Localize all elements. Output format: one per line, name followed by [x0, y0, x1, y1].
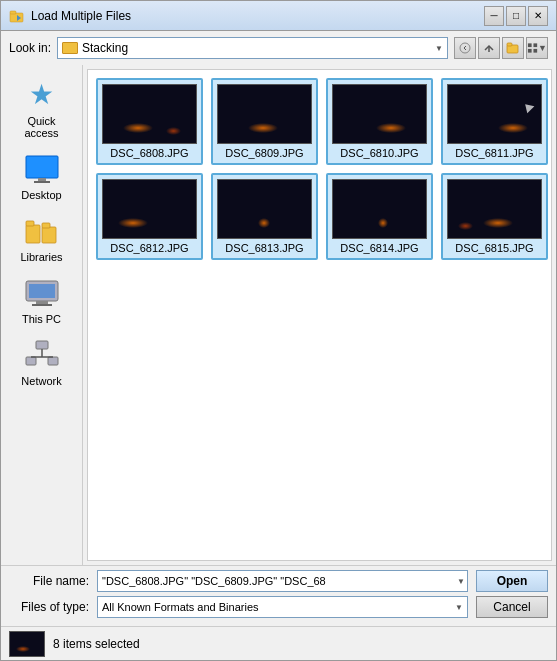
lookin-label: Look in: [9, 41, 51, 55]
minimize-button[interactable]: ─ [484, 6, 504, 26]
status-thumbnail [9, 631, 45, 657]
status-bar: 8 items selected [1, 626, 556, 660]
svg-rect-19 [29, 284, 55, 298]
sidebar-item-network[interactable]: Network [6, 333, 78, 391]
filetype-value: All Known Formats and Binaries [102, 601, 455, 613]
libraries-icon [24, 213, 60, 249]
svg-rect-20 [36, 301, 48, 304]
file-thumbnail [447, 179, 542, 239]
title-bar: Load Multiple Files ─ □ ✕ [1, 1, 556, 31]
filename-row: File name: "DSC_6808.JPG" "DSC_6809.JPG"… [9, 570, 548, 592]
lookin-combo[interactable]: Stacking ▼ [57, 37, 448, 59]
svg-rect-15 [26, 221, 34, 226]
file-thumbnail [102, 84, 197, 144]
sidebar-item-label-libraries: Libraries [20, 251, 62, 263]
dialog-icon [9, 8, 25, 24]
dialog-window: Load Multiple Files ─ □ ✕ Look in: Stack… [0, 0, 557, 661]
filename-dropdown-arrow: ▼ [457, 577, 465, 586]
file-item[interactable]: DSC_6811.JPG [441, 78, 548, 165]
folder-icon [62, 42, 78, 54]
sidebar-item-libraries[interactable]: Libraries [6, 209, 78, 267]
toolbar-buttons: ▼ [454, 37, 548, 59]
svg-rect-1 [10, 11, 16, 14]
toolbar-row: Look in: Stacking ▼ ▼ [1, 31, 556, 65]
open-button[interactable]: Open [476, 570, 548, 592]
svg-rect-7 [528, 43, 532, 47]
filetype-dropdown-arrow: ▼ [455, 603, 463, 612]
filename-value: "DSC_6808.JPG" "DSC_6809.JPG" "DSC_68 [102, 575, 447, 587]
file-thumbnail [332, 84, 427, 144]
file-item[interactable]: DSC_6810.JPG [326, 78, 433, 165]
file-label: DSC_6815.JPG [455, 242, 533, 254]
file-label: DSC_6809.JPG [225, 147, 303, 159]
svg-rect-21 [32, 304, 52, 306]
svg-rect-0 [10, 13, 23, 22]
svg-rect-8 [533, 43, 537, 47]
maximize-button[interactable]: □ [506, 6, 526, 26]
file-label: DSC_6811.JPG [455, 147, 533, 159]
desktop-icon [24, 151, 60, 187]
svg-rect-23 [26, 357, 36, 365]
nav-back-button[interactable] [454, 37, 476, 59]
dialog-title: Load Multiple Files [31, 9, 484, 23]
sidebar-item-label-quick-access: Quick access [10, 115, 74, 139]
svg-rect-16 [42, 227, 56, 243]
file-label: DSC_6812.JPG [110, 242, 188, 254]
this-pc-icon [24, 275, 60, 311]
file-label: DSC_6810.JPG [340, 147, 418, 159]
sidebar-item-desktop[interactable]: Desktop [6, 147, 78, 205]
svg-rect-22 [36, 341, 48, 349]
file-item[interactable]: DSC_6808.JPG [96, 78, 203, 165]
sidebar: ★ Quick access Desktop [1, 65, 83, 565]
lookin-dropdown-arrow: ▼ [435, 44, 443, 53]
sidebar-item-label-desktop: Desktop [21, 189, 61, 201]
new-folder-button[interactable] [502, 37, 524, 59]
svg-rect-9 [528, 49, 532, 53]
file-item[interactable]: DSC_6812.JPG [96, 173, 203, 260]
sidebar-item-this-pc[interactable]: This PC [6, 271, 78, 329]
svg-rect-17 [42, 223, 50, 228]
sidebar-item-label-this-pc: This PC [22, 313, 61, 325]
lookin-text: Stacking [82, 41, 431, 55]
file-label: DSC_6808.JPG [110, 147, 188, 159]
svg-rect-13 [34, 181, 50, 183]
network-icon [24, 337, 60, 373]
file-item[interactable]: DSC_6814.JPG [326, 173, 433, 260]
svg-point-3 [460, 43, 470, 53]
file-label: DSC_6814.JPG [340, 242, 418, 254]
bottom-area: File name: "DSC_6808.JPG" "DSC_6809.JPG"… [1, 565, 556, 626]
svg-rect-14 [26, 225, 40, 243]
svg-rect-6 [507, 43, 512, 46]
file-thumbnail [332, 179, 427, 239]
close-button[interactable]: ✕ [528, 6, 548, 26]
filename-input[interactable]: "DSC_6808.JPG" "DSC_6809.JPG" "DSC_68 ▼ [97, 570, 468, 592]
file-thumbnail [217, 84, 312, 144]
nav-up-button[interactable] [478, 37, 500, 59]
file-label: DSC_6813.JPG [225, 242, 303, 254]
sidebar-item-label-network: Network [21, 375, 61, 387]
sidebar-item-quick-access[interactable]: ★ Quick access [6, 73, 78, 143]
cancel-button[interactable]: Cancel [476, 596, 548, 618]
svg-rect-12 [38, 178, 46, 181]
views-button[interactable]: ▼ [526, 37, 548, 59]
filetype-row: Files of type: All Known Formats and Bin… [9, 596, 548, 618]
file-thumbnail [217, 179, 312, 239]
filename-label: File name: [9, 574, 89, 588]
file-grid: DSC_6808.JPG DSC_6809.JPG DSC_6810.JPG [96, 78, 543, 260]
file-thumbnail [447, 84, 542, 144]
status-text: 8 items selected [53, 637, 140, 651]
file-item[interactable]: DSC_6815.JPG [441, 173, 548, 260]
file-item[interactable]: DSC_6813.JPG [211, 173, 318, 260]
filetype-select[interactable]: All Known Formats and Binaries ▼ [97, 596, 468, 618]
filetype-label: Files of type: [9, 600, 89, 614]
file-thumbnail [102, 179, 197, 239]
quick-access-icon: ★ [24, 77, 60, 113]
svg-rect-11 [26, 156, 58, 178]
svg-rect-24 [48, 357, 58, 365]
file-item[interactable]: DSC_6809.JPG [211, 78, 318, 165]
window-controls: ─ □ ✕ [484, 6, 548, 26]
content-area: ★ Quick access Desktop [1, 65, 556, 565]
file-area[interactable]: DSC_6808.JPG DSC_6809.JPG DSC_6810.JPG [87, 69, 552, 561]
svg-rect-10 [533, 49, 537, 53]
